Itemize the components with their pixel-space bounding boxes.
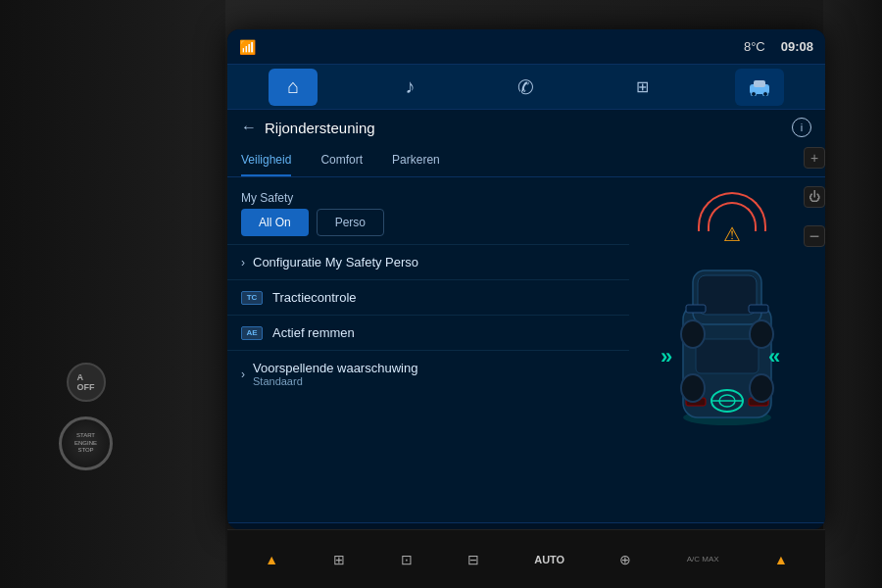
- svg-rect-1: [754, 80, 765, 87]
- temperature-display: 8°C: [744, 39, 765, 54]
- configuratie-menu-item[interactable]: › Configuratie My Safety Perso: [227, 244, 629, 279]
- svg-point-2: [751, 91, 756, 96]
- defrost-button[interactable]: ⊞: [333, 552, 345, 567]
- voorspellende-text: Voorspellende waarschuwing Standaard: [253, 361, 417, 387]
- hazard-right-button[interactable]: ▲: [774, 552, 788, 567]
- voorspellende-label: Voorspellende waarschuwing: [253, 361, 417, 375]
- configuratie-label: Configuratie My Safety Perso: [253, 255, 615, 270]
- nav-home[interactable]: ⌂: [269, 69, 318, 106]
- tab-comfort[interactable]: Comfort: [320, 145, 363, 176]
- dashboard: AOFF STARTENGINESTOP + ⏻ − 📶 8°C 09:08: [0, 0, 882, 588]
- left-dashboard: AOFF STARTENGINESTOP: [0, 0, 225, 588]
- remmen-icon: AE: [241, 326, 263, 340]
- svg-text:«: «: [768, 344, 780, 368]
- auto-button[interactable]: AUTO: [534, 554, 564, 565]
- tractie-icon: TC: [241, 291, 263, 305]
- svg-rect-8: [696, 339, 759, 373]
- svg-point-15: [681, 374, 705, 402]
- nav-apps[interactable]: ⊞: [618, 69, 667, 106]
- a-off-button[interactable]: AOFF: [67, 363, 106, 402]
- svg-point-16: [750, 374, 773, 402]
- actief-remmen-label: Actief remmen: [272, 325, 615, 340]
- time-display: 09:08: [781, 39, 813, 54]
- status-left: 📶: [239, 39, 256, 55]
- svg-rect-7: [698, 275, 757, 315]
- nav-music[interactable]: ♪: [385, 69, 434, 106]
- left-panel: My Safety All On Perso › Configuratie My…: [227, 177, 629, 522]
- tab-veiligheid[interactable]: Veiligheid: [241, 145, 291, 176]
- status-right: 8°C 09:08: [744, 39, 813, 54]
- car-visualization: ⚠: [629, 177, 825, 522]
- status-bar: 📶 8°C 09:08: [227, 29, 825, 65]
- perso-button[interactable]: Perso: [317, 209, 384, 236]
- nav-bar: ⌂ ♪ ✆ ⊞: [227, 65, 825, 110]
- svg-point-13: [681, 320, 705, 348]
- nav-car[interactable]: [735, 69, 784, 106]
- svg-text:»: »: [661, 344, 672, 368]
- volume-minus-button[interactable]: −: [804, 225, 825, 247]
- start-engine-button[interactable]: STARTENGINESTOP: [59, 416, 113, 470]
- tab-bar: Veiligheid Comfort Parkeren: [227, 145, 825, 177]
- main-content: My Safety All On Perso › Configuratie My…: [227, 177, 825, 522]
- chevron-right-icon2: ›: [241, 368, 245, 381]
- back-button[interactable]: ←: [241, 119, 257, 136]
- volume-plus-button[interactable]: +: [804, 147, 825, 169]
- bottom-bar: — °C 🌀 ❄ ⊞ A/C 🪑 🎯 〜 — °C: [227, 522, 825, 529]
- page-title: Rijondersteuning: [265, 120, 792, 136]
- hazard-button[interactable]: ▲: [265, 552, 278, 567]
- media-button[interactable]: ⊕: [619, 552, 631, 567]
- tractiecontrole-menu-item[interactable]: TC Tractiecontrole: [227, 279, 629, 315]
- voorspellende-sublabel: Standaard: [253, 375, 417, 387]
- power-button[interactable]: ⏻: [804, 186, 825, 208]
- svg-rect-9: [686, 305, 706, 313]
- actief-remmen-menu-item[interactable]: AE Actief remmen: [227, 315, 629, 350]
- tab-parkeren[interactable]: Parkeren: [392, 145, 440, 176]
- info-button[interactable]: i: [792, 118, 811, 137]
- fan-button[interactable]: ⊡: [401, 552, 413, 567]
- physical-bottom-bar: ▲ ⊞ ⊡ ⊟ AUTO ⊕ A/C MAX ▲: [227, 529, 825, 588]
- voorspellende-menu-item[interactable]: › Voorspellende waarschuwing Standaard: [227, 350, 629, 397]
- all-on-button[interactable]: All On: [241, 209, 309, 236]
- my-safety-label: My Safety: [227, 185, 629, 209]
- signal-icon: 📶: [239, 39, 256, 55]
- right-dashboard: [823, 0, 882, 588]
- tractiecontrole-label: Tractiecontrole: [272, 290, 615, 305]
- ac-max-button[interactable]: A/C MAX: [687, 555, 719, 564]
- chevron-right-icon: ›: [241, 256, 245, 270]
- my-safety-buttons: All On Perso: [227, 209, 629, 244]
- svg-rect-10: [749, 305, 768, 313]
- seat-heat-button[interactable]: ⊟: [467, 552, 479, 567]
- svg-point-3: [762, 91, 767, 96]
- start-stop-area: AOFF STARTENGINESTOP: [59, 363, 113, 470]
- main-screen: 📶 8°C 09:08 ⌂ ♪ ✆ ⊞ ←: [227, 29, 825, 529]
- title-bar: ← Rijondersteuning i: [227, 110, 825, 145]
- nav-phone[interactable]: ✆: [502, 69, 551, 106]
